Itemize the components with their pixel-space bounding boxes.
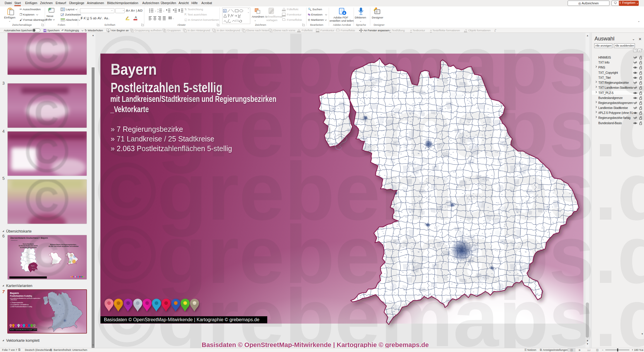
- svg-text:Bayern: Bayern: [31, 265, 34, 266]
- svg-text:⌄: ⌄: [172, 17, 174, 20]
- svg-text:⌄: ⌄: [163, 9, 165, 12]
- svg-text:München: München: [32, 268, 36, 269]
- svg-text:2: 2: [157, 11, 159, 13]
- svg-text:⌄: ⌄: [155, 9, 157, 12]
- svg-text:A: A: [224, 10, 226, 12]
- svg-text:1: 1: [157, 8, 159, 10]
- svg-text:A: A: [135, 16, 137, 20]
